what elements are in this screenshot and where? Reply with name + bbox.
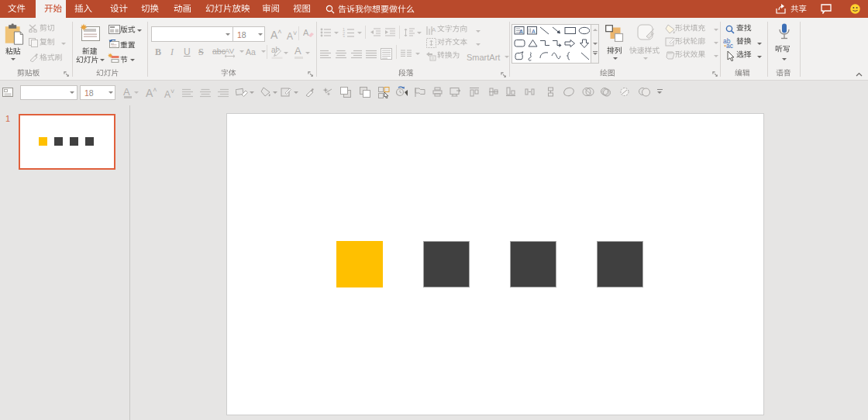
svg-text:3: 3 [343,35,345,37]
svg-text:ac: ac [726,42,734,48]
svg-text:A: A [532,29,536,34]
svg-text:A: A [432,26,436,33]
svg-text:A: A [303,28,309,37]
svg-text:A: A [519,29,523,34]
